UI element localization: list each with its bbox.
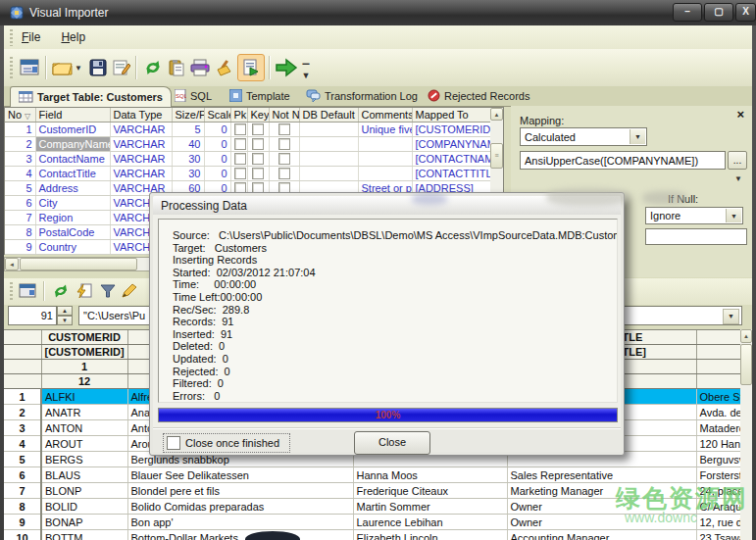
panel-close-icon[interactable]: × [736, 109, 744, 121]
minimize-button[interactable]: – [673, 3, 702, 22]
run-icon[interactable] [275, 56, 298, 79]
tab-transformation-log[interactable]: Transformation Log [298, 86, 426, 105]
app-icon [9, 5, 25, 21]
open-dropdown-icon[interactable]: ▼ [73, 56, 84, 79]
tab-label: Transformation Log [325, 90, 418, 102]
blurred-text [642, 191, 687, 205]
tab-label: Rejected Records [444, 90, 529, 102]
notnull-checkbox[interactable] [278, 123, 290, 135]
titlebar: Visual Importer – ▢ X [0, 0, 756, 25]
col-field[interactable]: Field [35, 108, 110, 123]
pk-checkbox[interactable] [234, 138, 246, 150]
properties-icon[interactable] [18, 56, 41, 79]
record-count-spinner[interactable]: 91 [8, 306, 57, 325]
log-line: Target: Customers [173, 242, 617, 255]
data-row[interactable]: 6BLAUSBlauer See DelikatessenHanna MoosS… [4, 467, 740, 483]
execute-file-icon[interactable] [237, 54, 265, 81]
clean-icon[interactable] [212, 56, 235, 79]
save-icon[interactable] [86, 56, 110, 79]
close-once-finished-checkbox[interactable]: Close once finished [163, 433, 290, 453]
col-no[interactable]: No▽ [5, 108, 35, 123]
spinner-buttons[interactable]: ▲ ▼ [57, 306, 73, 325]
dialog-close-button[interactable]: Close [354, 431, 430, 455]
field-row[interactable]: 1CustomerIDVARCHAR50Unique five-[CUSTOME… [5, 123, 490, 137]
key-checkbox[interactable] [252, 123, 264, 135]
spin-down-icon: ▼ [57, 316, 73, 325]
log-icon [306, 89, 321, 102]
if-null-dropdown[interactable]: Ignore▼ [645, 207, 743, 224]
spin-up-icon: ▲ [57, 306, 73, 316]
key-checkbox[interactable] [252, 168, 264, 179]
key-checkbox[interactable] [252, 138, 264, 150]
notnull-checkbox[interactable] [278, 168, 290, 179]
col-key[interactable]: Key [247, 108, 269, 123]
col-data-type[interactable]: Data Type [110, 108, 172, 123]
selected-field-cell: CompanyName [35, 137, 110, 152]
tab-template[interactable]: Template [222, 86, 298, 105]
menu-file[interactable]: File [20, 30, 42, 44]
close-button[interactable]: X [735, 3, 756, 22]
log-line: Filtered: 0 [173, 377, 617, 390]
chevron-down-icon[interactable]: ▼ [734, 174, 742, 183]
log-line: Rec/Sec: 289.8 [173, 304, 617, 317]
log-line: Time: 00:00:00 [173, 278, 617, 291]
paste-icon[interactable] [165, 56, 188, 79]
tab-sql[interactable]: SQL SQL [167, 86, 220, 105]
tab-label: Target Table: Customers [37, 91, 163, 103]
grid-properties-icon[interactable] [18, 281, 37, 301]
data-row[interactable]: 10BOTTMBottom-Dollar MarketsElizabeth Li… [4, 530, 740, 540]
quick-edit-icon[interactable] [75, 281, 94, 301]
pk-checkbox[interactable] [234, 168, 246, 179]
col-db-default[interactable]: DB Default [299, 108, 358, 123]
tab-label: Template [246, 90, 290, 102]
col-not-null[interactable]: Not Null [269, 108, 299, 123]
refresh-icon[interactable] [141, 56, 165, 79]
edit-record-icon[interactable] [110, 56, 133, 79]
toolbar: ▼ ▔▼ [4, 49, 752, 87]
expression-input[interactable]: AnsiUpperCase([COMPANYNAME]) [520, 151, 726, 170]
edit-pencil-icon[interactable] [120, 281, 139, 301]
pk-checkbox[interactable] [234, 123, 246, 135]
window-title: Visual Importer [29, 6, 108, 20]
maximize-button[interactable]: ▢ [704, 3, 733, 22]
mapping-type-dropdown[interactable]: Calculated▼ [520, 127, 647, 146]
menu-help[interactable]: Help [59, 30, 87, 44]
col-mapped-to[interactable]: Mapped To [412, 108, 490, 123]
log-line: Started: 02/03/2012 21:07:04 [173, 267, 617, 279]
checkbox-icon[interactable] [167, 436, 180, 450]
pk-checkbox[interactable] [234, 153, 246, 165]
visual-importer-window: Visual Importer – ▢ X File Help ▼ [0, 0, 756, 540]
toolbar-separator [269, 56, 270, 79]
col-pk[interactable]: Pk [230, 108, 247, 123]
if-null-value-input[interactable] [645, 228, 747, 245]
mapping-label: Mapping: [520, 115, 564, 126]
refresh-data-icon[interactable] [51, 281, 71, 301]
chevron-down-icon[interactable]: ▼ [723, 309, 739, 324]
notnull-checkbox[interactable] [278, 138, 290, 150]
toolbar-overflow-icon[interactable]: ▔▼ [300, 61, 312, 84]
notnull-checkbox[interactable] [278, 153, 290, 165]
col-scale[interactable]: Scale [204, 108, 230, 123]
field-row[interactable]: 2CompanyNameVARCHAR400[COMPANYNAME] [5, 137, 490, 152]
blurred-text [412, 193, 447, 205]
toolbar-grip [10, 282, 13, 300]
col-comments[interactable]: Comments [358, 108, 412, 123]
print-icon[interactable] [188, 56, 212, 79]
tab-target-table[interactable]: Target Table: Customers [10, 86, 172, 107]
expression-ellipsis-button[interactable]: ... [728, 151, 747, 170]
col-size[interactable]: Size/Pr [172, 108, 204, 123]
filter-icon[interactable] [98, 281, 118, 301]
toolbar-separator [43, 281, 44, 301]
log-line: Inserted: 91 [173, 328, 617, 341]
log-line: Records: 91 [173, 316, 617, 328]
sql-icon: SQL [175, 89, 186, 102]
dialog-button-strip: Close once finished Close [153, 427, 621, 452]
field-row[interactable]: 4ContactTitleVARCHAR300[CONTACTTITLE] [5, 167, 490, 181]
open-folder-icon[interactable] [51, 56, 75, 79]
progress-label: 100% [376, 410, 401, 420]
blurred-text [546, 188, 630, 206]
log-line: Time Left:00:00:00 [173, 291, 617, 304]
key-checkbox[interactable] [252, 153, 264, 165]
tab-rejected-records[interactable]: Rejected Records [420, 86, 537, 105]
field-row[interactable]: 3ContactNameVARCHAR300[CONTACTNAME] [5, 152, 490, 167]
